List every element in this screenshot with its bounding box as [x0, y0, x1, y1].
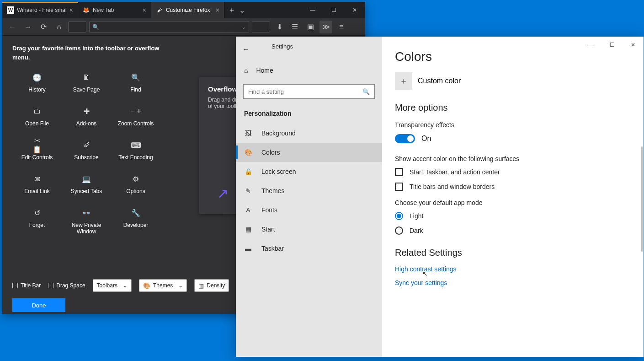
nav-colors[interactable]: 🎨Colors — [236, 143, 382, 162]
related-heading: Related Settings — [395, 248, 631, 258]
close-button[interactable]: ✕ — [623, 37, 644, 53]
theme-icon: ✎ — [244, 187, 252, 194]
themes-dropdown[interactable]: 🎨Themes⌄ — [139, 279, 187, 292]
nav-taskbar[interactable]: ▬Taskbar — [236, 239, 382, 258]
settings-window-controls: — ☐ ✕ — [580, 37, 644, 53]
home-icon: ⌂ — [244, 67, 248, 74]
overflow-illustration: ↗ — [217, 185, 229, 201]
item-private[interactable]: 👓New Private Window — [62, 208, 111, 235]
nav-start[interactable]: ▦Start — [236, 220, 382, 239]
flex-space[interactable] — [252, 22, 270, 32]
back-button[interactable]: ← — [6, 21, 19, 33]
chevron-down-icon[interactable]: ⌄ — [241, 24, 246, 30]
tab-label: Customize Firefox — [166, 7, 210, 13]
nav-themes[interactable]: ✎Themes — [236, 181, 382, 200]
nav-home[interactable]: ⌂ Home — [236, 61, 382, 80]
forget-icon: ↺ — [32, 208, 42, 217]
nav-background[interactable]: 🖼Background — [236, 124, 382, 143]
back-button[interactable]: ← — [236, 41, 256, 58]
more-options-heading: More options — [395, 102, 631, 113]
forward-button[interactable]: → — [21, 21, 34, 33]
settings-window: ← Settings ⌂ Home Find a setting 🔍 Perso… — [236, 37, 644, 357]
nav-fonts[interactable]: AFonts — [236, 200, 382, 220]
save-icon: 🗎 — [82, 73, 91, 82]
item-email[interactable]: ✉Email Link — [12, 174, 62, 194]
favicon-firefox: 🦊 — [83, 6, 90, 14]
dragspace-checkbox[interactable]: Drag Space — [48, 282, 85, 289]
flex-space[interactable] — [68, 22, 86, 32]
mask-icon: 👓 — [82, 208, 91, 217]
history-icon: 🕓 — [32, 73, 42, 82]
item-open-file[interactable]: 🗀Open File — [12, 107, 62, 127]
toolbars-dropdown[interactable]: Toolbars⌄ — [93, 279, 132, 292]
mail-icon: ✉ — [32, 174, 42, 183]
nav-lockscreen[interactable]: 🔒Lock screen — [236, 162, 382, 181]
encoding-icon: ⌨ — [131, 140, 140, 150]
menu-button[interactable]: ≡ — [335, 21, 348, 33]
find-icon: 🔍 — [131, 73, 140, 82]
reload-button[interactable]: ⟳ — [37, 21, 50, 33]
sidebar-button[interactable]: ▣ — [304, 21, 317, 33]
item-forget[interactable]: ↺Forget — [12, 208, 62, 235]
item-edit[interactable]: ✂📋Edit Controls — [12, 140, 62, 161]
folder-icon: 🗀 — [32, 107, 42, 116]
start-icon: ▦ — [244, 226, 252, 233]
tab-customize[interactable]: 🖌 Customize Firefox × — [151, 2, 224, 18]
firefox-tabbar: W Winaero - Free smal × 🦊 New Tab × 🖌 Cu… — [2, 2, 365, 18]
minimize-button[interactable]: — — [580, 37, 601, 53]
link-high-contrast[interactable]: High contrast settings — [395, 265, 631, 273]
library-button[interactable]: ☰ — [288, 21, 301, 33]
item-encoding[interactable]: ⌨Text Encoding — [111, 140, 160, 161]
custom-color-button[interactable]: ＋ Custom color — [395, 72, 631, 90]
density-dropdown[interactable]: ▥Density — [194, 279, 229, 292]
close-icon[interactable]: × — [69, 6, 73, 14]
link-sync-settings[interactable]: Sync your settings — [395, 279, 631, 286]
item-save-page[interactable]: 🗎Save Page — [62, 73, 111, 93]
toggle-state: On — [421, 135, 431, 143]
newtab-button[interactable]: ＋ — [228, 5, 235, 15]
transparency-label: Transparency effects — [395, 121, 631, 129]
done-button[interactable]: Done — [12, 298, 65, 312]
scrollbar-indicator[interactable] — [641, 146, 643, 252]
tab-winaero[interactable]: W Winaero - Free smal × — [2, 2, 78, 18]
item-subscribe[interactable]: 🗞Subscribe — [62, 140, 111, 161]
font-icon: A — [244, 206, 252, 214]
maximize-button[interactable]: ☐ — [323, 2, 344, 18]
app-mode-label: Choose your default app mode — [395, 199, 631, 206]
search-icon: 🔍 — [92, 24, 99, 30]
item-synced[interactable]: 💻Synced Tabs — [62, 174, 111, 194]
zoom-icon: − + — [131, 107, 140, 116]
search-icon: 🔍 — [362, 88, 370, 95]
item-addons[interactable]: ✚Add-ons — [62, 107, 111, 127]
alltabs-button[interactable]: ⌄ — [239, 6, 245, 15]
puzzle-icon: ✚ — [82, 107, 91, 116]
picture-icon: 🖼 — [244, 129, 252, 137]
item-history[interactable]: 🕓History — [12, 73, 62, 93]
search-bar[interactable]: 🔍 ⌄ — [89, 21, 249, 33]
transparency-toggle[interactable] — [395, 134, 415, 143]
item-options[interactable]: ⚙Options — [111, 174, 160, 194]
close-button[interactable]: ✕ — [344, 2, 365, 18]
close-icon[interactable]: × — [143, 6, 146, 14]
maximize-button[interactable]: ☐ — [601, 37, 623, 53]
tab-newtab[interactable]: 🦊 New Tab × — [78, 2, 151, 18]
search-input[interactable]: Find a setting 🔍 — [243, 84, 375, 99]
radio-dark[interactable]: Dark — [395, 226, 631, 235]
plus-icon: ＋ — [395, 72, 412, 90]
wrench-icon: 🔧 — [131, 208, 140, 217]
gear-icon: ⚙ — [131, 174, 140, 183]
titlebar-checkbox[interactable]: Title Bar — [12, 282, 41, 289]
edit-icon: ✂📋 — [32, 140, 42, 150]
item-zoom[interactable]: − +Zoom Controls — [111, 107, 160, 127]
close-icon[interactable]: × — [216, 6, 219, 14]
item-find[interactable]: 🔍Find — [111, 73, 160, 93]
home-button[interactable]: ⌂ — [53, 21, 65, 33]
checkbox-start-taskbar[interactable]: Start, taskbar, and action center — [395, 168, 631, 176]
minimize-button[interactable]: — — [302, 2, 323, 18]
item-developer[interactable]: 🔧Developer — [111, 208, 160, 235]
overflow-button[interactable]: ≫ — [319, 21, 332, 33]
radio-light[interactable]: Light — [395, 212, 631, 220]
checkbox-titlebars[interactable]: Title bars and window borders — [395, 183, 631, 191]
downloads-button[interactable]: ⬇ — [273, 21, 286, 33]
density-icon: ▥ — [198, 282, 204, 289]
